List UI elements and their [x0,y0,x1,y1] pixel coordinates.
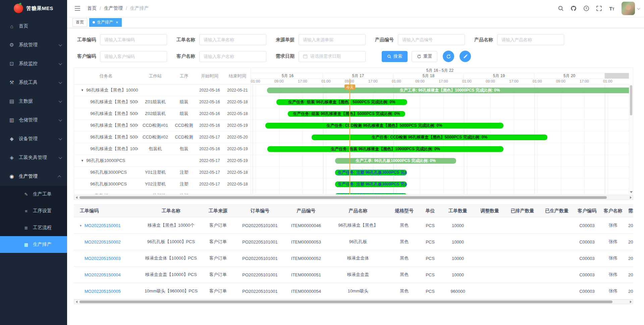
task-bar[interactable]: 生产任务: 注塑 96孔孔板3000PCS 完成比例: 0% [335,181,407,187]
scroll-right-icon[interactable] [628,301,633,303]
sidebar-subitem[interactable]: ≣工艺流程 [0,219,67,236]
sidebar-item[interactable]: ◆设备管理 [0,129,67,148]
reset-button[interactable]: 重置 [412,51,437,62]
task-bar[interactable]: 生产任务: 组装 96孔移液盒【黑色】5000PCS 完成比例: 0% [276,99,407,105]
gantt-vertical-scrollbar[interactable] [629,85,633,194]
scrollbar-track[interactable] [79,196,628,199]
sidebar-toggle-button[interactable] [72,3,83,14]
table-row[interactable]: ▾MO202205150001移液盒【黑色】10000个客户订单PO202205… [74,217,633,234]
hour-label: 09:00 [556,79,566,83]
table-row[interactable]: MO20220515000510mm吸头【960000】PCS客户订单PO202… [74,283,633,300]
sidebar-item[interactable]: ◉生产管理 [0,167,67,186]
gantt-task-row[interactable]: 96孔移液盒【黑色】5000PCSCCD检测#02CCD检测2022-05-17… [74,131,251,143]
fullscreen-button[interactable] [594,3,604,13]
bar-label: 生产任务: 组装 96孔移液盒【黑色】5000PCS 完成比例: 0% [291,111,401,117]
sidebar-subitem[interactable]: ✎生产工单 [0,186,67,203]
gantt-task-row[interactable]: ▼96孔孔板10000PCS2022-05-172022-05-19 [74,155,251,167]
tab[interactable]: 首页 [72,18,87,27]
task-bar[interactable]: 生产任务: CCD检测 96孔移液盒【黑色】5000PCS 完成比例: 0% [312,134,547,140]
workorder-bar[interactable]: 生产工单: 96孔孔板10000PCS 完成比例: 0% [335,158,456,164]
sidebar-item[interactable]: ◈工装夹具管理 [0,148,67,167]
scroll-down-icon[interactable] [630,191,633,193]
edit-circle-button[interactable] [460,51,471,62]
scroll-right-icon[interactable] [628,196,633,199]
gantt-task-row[interactable]: 96孔孔板3000PCSY02注塑机注塑2022-05-172022-05-18 [74,178,251,190]
date-input[interactable]: 请选择需求日期 [299,51,366,62]
sidebar-item[interactable]: ⊡系统监控 [0,54,67,73]
text-input[interactable] [100,51,167,62]
gantt-task-row[interactable]: 96孔移液盒【黑色】5000PCSZ01组装机组装2022-05-162022-… [74,96,251,108]
task-bar[interactable]: 生产任务: 组装 96孔移液盒【黑色】5000PCS 完成比例: 0% [288,111,405,117]
navbar-actions: ? TT [556,2,639,15]
text-input[interactable] [199,51,266,62]
workorder-link[interactable]: MO202205150001 [85,223,121,228]
table-row[interactable]: MO202205150004移液盒盒盖【10000】PCS客户订单PO20220… [74,267,633,283]
user-menu[interactable] [622,2,639,15]
source-code-button[interactable] [569,3,579,13]
gantt-task-row[interactable]: 96孔孔板3000PCSY01注塑机注塑2022-05-172022-05-18 [74,167,251,178]
task-process: 注塑 [173,193,195,194]
table-row[interactable]: MO202205150003移液盒盒体【10000】PCS客户订单PO20220… [74,250,633,267]
search-button-label: 搜索 [393,53,402,59]
text-input[interactable] [100,34,167,45]
collapse-icon[interactable]: ▼ [81,89,84,92]
help-button[interactable]: ? [581,3,591,13]
sidebar-item[interactable]: ▤主数据 [0,92,67,111]
sidebar-item[interactable]: ▥仓储管理 [0,111,67,129]
orders-horizontal-scrollbar[interactable] [74,300,633,304]
task-name: 96孔孔板10000PCS [86,158,125,164]
table-row[interactable]: MO20220515000296孔孔板【10000】PCS客户订单PO20220… [74,234,633,250]
orders-cell: 移液盒盒盖 [327,272,389,278]
workorder-link[interactable]: MO202205150005 [85,289,121,294]
breadcrumb-item[interactable]: 生产管理 [104,5,123,11]
scrollbar-thumb[interactable] [79,196,607,199]
text-input[interactable] [497,34,564,45]
text-input[interactable] [199,34,266,45]
chevron-down-icon [59,62,62,65]
gantt-task-row[interactable]: 96孔移液盒【黑色】5000PCSZ02组装机组装2022-05-162022-… [74,108,251,120]
gantt-table-header: 任务名工作站工序开始时间结束时间 [74,68,251,85]
gantt-horizontal-scrollbar[interactable] [74,195,633,200]
workorder-link[interactable]: MO202205150002 [85,239,121,245]
sidebar-item[interactable]: ⌂首页 [0,17,67,36]
tab-close-icon[interactable]: × [116,20,118,24]
scroll-left-icon[interactable] [74,196,79,199]
gantt-task-row[interactable]: 96孔移液盒【黑色】10000PCS包装机包装2022-05-162022-05… [74,143,251,155]
text-input[interactable] [398,34,465,45]
workorder-link[interactable]: MO202205150003 [85,256,121,261]
task-bar[interactable]: 生产任务: 注塑 96孔孔板3000PCS 完成比例: 0% [335,193,407,194]
task-bar[interactable]: 生产任务: 注塑 96孔孔板3000PCS 完成比例: 0% [335,170,407,175]
scrollbar-track[interactable] [79,300,628,304]
breadcrumb-item[interactable]: 首页 [87,5,97,11]
workorder-bar[interactable]: 生产工单: 96孔移液盒【黑色】10000PCS 完成比例: 0% [267,88,629,93]
sidebar-item[interactable]: ⚒系统工具 [0,73,67,92]
search-submit-button[interactable]: 搜索 [382,51,408,62]
search-icon [558,5,564,11]
hour-label: 09:00 [486,79,495,83]
text-input[interactable] [299,34,366,45]
gantt-task-row[interactable]: 96孔孔板3000PCSY03注塑机注塑2022-05-172022-05-18 [74,190,251,194]
gantt-task-row[interactable]: 96孔移液盒【黑色】5000PCSCCD检测#01CCD检测2022-05-16… [74,120,251,131]
scrollbar-thumb[interactable] [79,301,612,303]
collapse-icon[interactable]: ▼ [81,159,84,162]
task-bar[interactable]: 生产任务: 包装 96孔移液盒【黑色】10000PCS 完成比例: 0% [267,146,503,152]
sidebar-subitem[interactable]: ≡工序设置 [0,203,67,219]
scroll-left-icon[interactable] [74,301,79,303]
sidebar-subitem[interactable]: ▦生产排产 [0,236,67,253]
orders-column-header: 工单名称 [141,208,201,214]
expand-row-icon[interactable]: ▾ [80,224,85,227]
tab[interactable]: 生产排产× [89,18,122,27]
task-bar[interactable]: 生产任务: CCD检测 96孔移液盒【黑色】5000PCS 完成比例: 0% [265,123,503,128]
workorder-link[interactable]: MO202205150004 [85,272,121,277]
sync-icon [446,54,451,59]
task-name: 96孔移液盒【黑色】10000PCS [90,146,138,152]
font-size-button[interactable]: TT [607,3,617,13]
gantt-task-row[interactable]: ▼96孔移液盒【黑色】10000PCS2022-05-162022-05-21 [74,85,251,96]
app-logo[interactable]: 苦糖果MES [0,0,67,17]
scrollbar-thumb[interactable] [630,85,632,115]
sidebar-menu: ⌂首页⚙系统管理⊡系统监控⚒系统工具▤主数据▥仓储管理◆设备管理◈工装夹具管理◉… [0,17,67,253]
orders-cell: 10000 [441,272,475,277]
sidebar-item[interactable]: ⚙系统管理 [0,36,67,54]
search-button[interactable] [556,3,566,13]
refresh-circle-button[interactable] [443,51,454,62]
